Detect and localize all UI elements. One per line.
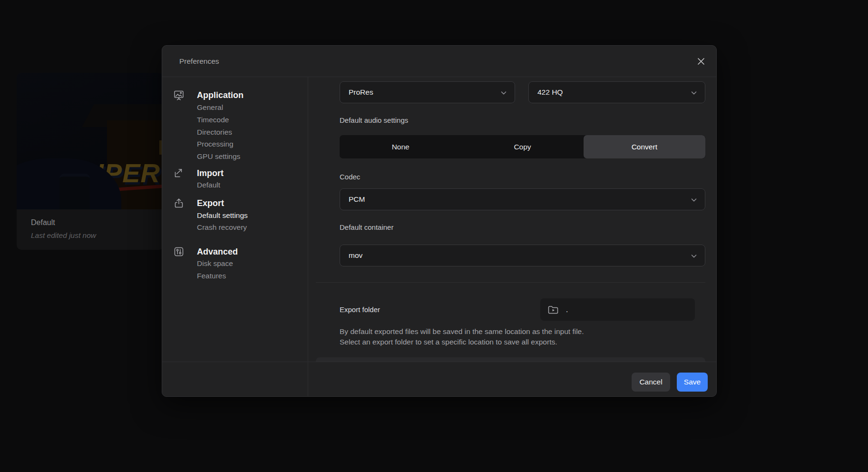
chevron-down-icon — [690, 252, 698, 260]
video-quality-select[interactable]: 422 HQ — [528, 81, 705, 103]
close-button[interactable] — [693, 54, 709, 69]
container-select[interactable]: mov — [340, 245, 705, 266]
content-divider — [316, 282, 705, 283]
sidebar-item-directories[interactable]: Directories — [197, 126, 232, 138]
close-icon — [696, 57, 706, 66]
export-folder-value: . — [566, 305, 568, 314]
audio-mode-segmented-control: None Copy Convert — [340, 135, 705, 158]
sidebar-divider — [308, 77, 308, 396]
sidebar-item-features[interactable]: Features — [197, 270, 226, 282]
save-button[interactable]: Save — [677, 373, 708, 392]
export-help-line-1: By default exported files will be saved … — [340, 326, 584, 336]
chevron-down-icon — [690, 88, 698, 97]
audio-codec-select[interactable]: PCM — [340, 188, 705, 210]
folder-media-icon — [547, 304, 559, 315]
project-title: Default — [31, 218, 164, 227]
video-codec-select[interactable]: ProRes — [340, 81, 515, 103]
sidebar-item-crash-recovery[interactable]: Crash recovery — [197, 221, 247, 234]
audio-settings-label: Default audio settings — [340, 116, 408, 125]
sidebar-item-disk-space[interactable]: Disk space — [197, 257, 233, 270]
chevron-down-icon — [690, 196, 698, 204]
container-value: mov — [349, 251, 362, 260]
video-codec-value: ProRes — [349, 88, 373, 97]
audio-codec-value: PCM — [349, 195, 365, 204]
project-thumbnail: SUPERT — [17, 73, 164, 209]
export-folder-label: Export folder — [340, 305, 380, 315]
cancel-button[interactable]: Cancel — [632, 373, 670, 392]
sidebar-item-default-settings[interactable]: Default settings — [197, 209, 248, 222]
sidebar-item-import-default[interactable]: Default — [197, 179, 220, 191]
sidebar-section-advanced[interactable]: Advanced — [197, 246, 238, 257]
project-card[interactable]: SUPERT Default Last edited just now — [17, 73, 164, 250]
sidebar-item-processing[interactable]: Processing — [197, 138, 234, 150]
codec-label: Codec — [340, 172, 360, 182]
audio-mode-option-convert[interactable]: Convert — [584, 135, 705, 158]
export-folder-input[interactable]: . — [540, 298, 695, 321]
display-image-icon — [173, 89, 185, 101]
export-help-line-2: Select an export folder to set a specifi… — [340, 337, 557, 347]
project-last-edited: Last edited just now — [31, 231, 164, 240]
sidebar-item-general[interactable]: General — [197, 101, 223, 114]
chevron-down-icon — [499, 88, 508, 97]
import-arrow-icon — [173, 167, 185, 179]
dialog-title: Preferences — [179, 57, 219, 66]
share-up-icon — [173, 197, 185, 209]
sidebar-section-export[interactable]: Export — [197, 197, 224, 209]
sidebar-section-import[interactable]: Import — [197, 167, 224, 179]
modal-dim-overlay — [17, 73, 164, 209]
footer-divider — [162, 362, 716, 362]
preferences-dialog: Preferences Application General Timecode… — [162, 45, 717, 397]
sliders-icon — [173, 246, 185, 257]
container-label: Default container — [340, 223, 393, 232]
sidebar-section-application[interactable]: Application — [197, 89, 244, 101]
sidebar-item-timecode[interactable]: Timecode — [197, 114, 229, 126]
audio-mode-option-none[interactable]: None — [340, 135, 461, 158]
sidebar-item-gpu-settings[interactable]: GPU settings — [197, 150, 240, 163]
audio-mode-option-copy[interactable]: Copy — [461, 135, 583, 158]
dialog-header: Preferences — [162, 46, 716, 77]
video-quality-value: 422 HQ — [537, 88, 563, 97]
next-section-partial-row — [316, 357, 705, 362]
